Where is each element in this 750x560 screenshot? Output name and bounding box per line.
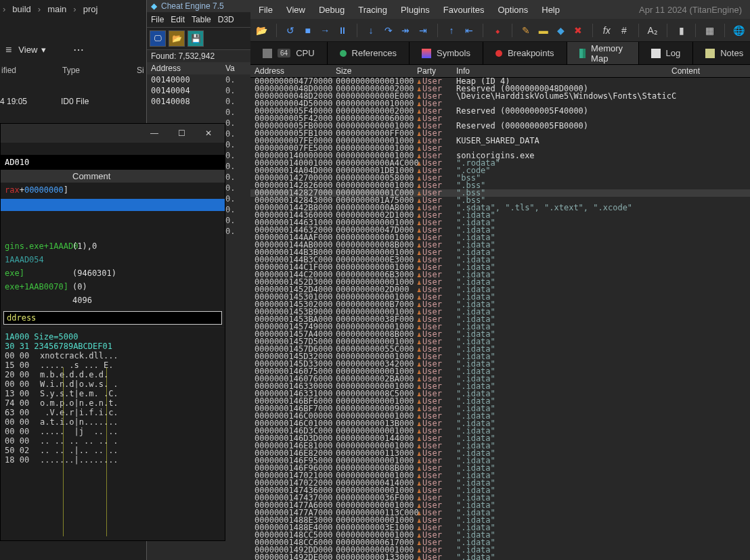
- step-out-icon[interactable]: ↠: [399, 23, 412, 38]
- maximize-button[interactable]: ☐: [168, 125, 195, 141]
- menu-help[interactable]: Help: [542, 5, 560, 15]
- tab-notes[interactable]: Notes: [693, 42, 750, 64]
- menu-tracing[interactable]: Tracing: [358, 5, 387, 15]
- mm-icon: [579, 49, 586, 58]
- bp-icon: [495, 50, 502, 57]
- sub-address-field[interactable]: AD010: [1, 155, 225, 170]
- step-over-icon[interactable]: ↷: [382, 23, 395, 38]
- bc-build[interactable]: build: [12, 4, 30, 14]
- ce-found-label: Found: 7,532,942: [147, 50, 252, 62]
- menu-view[interactable]: View: [286, 5, 305, 15]
- open-icon[interactable]: 📂: [256, 23, 268, 38]
- ce-toolbar: 🖵 📂 💾: [147, 28, 252, 50]
- menu-options[interactable]: Options: [498, 5, 528, 15]
- ce-result-row[interactable]: 001400000.: [147, 74, 252, 85]
- tab-cpu[interactable]: 64CPU: [250, 42, 328, 64]
- trace-over-icon[interactable]: ↑: [445, 23, 458, 38]
- menu-favourites[interactable]: Favourites: [443, 5, 485, 15]
- pause-icon[interactable]: ⏸: [336, 23, 349, 38]
- run-icon[interactable]: →: [319, 23, 331, 38]
- col-info[interactable]: Info: [456, 66, 671, 76]
- tab-memory-map[interactable]: Memory Map: [567, 42, 639, 64]
- hex-row[interactable]: 50 02.. .. .|.. .. ..: [5, 446, 221, 455]
- hex-row[interactable]: 74 00o.m.p.o|n.e.n.t.: [5, 398, 221, 408]
- hex-row[interactable]: 15 00..... .s ... E.: [5, 360, 221, 370]
- dbg-tabbar: 64CPU References Symbols Breakpoints Mem…: [250, 42, 750, 65]
- ce-result-row[interactable]: 001400040.: [147, 85, 252, 96]
- minimize-button[interactable]: —: [141, 125, 168, 141]
- hex-row[interactable]: 00 00a.t.i.o|n.......: [5, 417, 221, 427]
- tab-breakpoints[interactable]: Breakpoints: [483, 42, 567, 64]
- hex-row[interactable]: 00 00xnotcrack.dll...: [5, 351, 221, 360]
- more-icon[interactable]: ⋯: [73, 43, 85, 56]
- bookmark-icon[interactable]: ◆: [555, 23, 567, 38]
- dbg-toolbar: 📂 ↺ ■ → ⏸ ↓ ↷ ↠ ⇥ ↑ ⇤ ⬥ ✎ ▬ ◆ ✖ fx # A₂ …: [250, 19, 750, 42]
- col-modified[interactable]: ified: [0, 66, 61, 75]
- cpu-icon: [263, 49, 272, 58]
- hex-row[interactable]: 00 00W.i.n.d|o.w.s. .: [5, 379, 221, 389]
- bc-proj[interactable]: proj: [83, 4, 98, 14]
- ce-save-icon[interactable]: 💾: [188, 30, 204, 47]
- selection-bar[interactable]: [1, 199, 225, 211]
- hex-row[interactable]: 00 00.. .. .. .. .. .: [5, 436, 221, 446]
- tab-references[interactable]: References: [328, 42, 410, 64]
- ce-menu-d3d[interactable]: D3D: [218, 15, 234, 24]
- menu-debug[interactable]: Debug: [319, 5, 345, 15]
- memmap-body[interactable]: 00000000047700000000000000001000♟UserHea…: [250, 78, 750, 560]
- ce-menu-file[interactable]: File: [151, 15, 164, 24]
- ce-result-row[interactable]: 001400080.: [147, 96, 252, 107]
- dis-row[interactable]: gins.exe+1AAAD0(1),0: [1, 239, 225, 253]
- hex-row[interactable]: 00 00..... |j .. ..: [5, 427, 221, 436]
- col-type[interactable]: Type: [61, 66, 135, 75]
- comment-icon[interactable]: ▬: [537, 23, 550, 38]
- trace-into-icon[interactable]: ⇥: [417, 23, 429, 38]
- bc-main[interactable]: main: [47, 4, 66, 14]
- dis-row[interactable]: 4096: [1, 294, 225, 307]
- menu-file[interactable]: File: [259, 5, 273, 15]
- dis-row[interactable]: 1AAAD054: [1, 253, 225, 266]
- step-in-icon[interactable]: ↓: [365, 23, 377, 38]
- chevron-down-icon: ▾: [41, 45, 46, 55]
- ce-monitor-icon[interactable]: 🖵: [150, 30, 166, 47]
- hex-guide-2: [106, 367, 107, 536]
- ce-open-icon[interactable]: 📂: [169, 30, 185, 47]
- sub-titlebar: — ☐ ✕: [1, 124, 225, 143]
- hex-row[interactable]: 18 00.......|........: [5, 455, 221, 465]
- sym-icon: [422, 49, 431, 58]
- dis-row[interactable]: exe](9460301): [1, 266, 225, 280]
- view-button[interactable]: View ▾: [18, 45, 46, 55]
- col-address[interactable]: Address: [255, 66, 336, 76]
- restart-icon[interactable]: ↺: [284, 23, 296, 38]
- edit-icon[interactable]: ✎: [521, 23, 533, 38]
- dis-row[interactable]: exe+1AAB0070](0): [1, 280, 225, 294]
- ce-menu-edit[interactable]: Edit: [171, 15, 185, 24]
- address-input[interactable]: ddress: [3, 311, 222, 325]
- stop-icon[interactable]: ■: [302, 23, 314, 38]
- menu-plugins[interactable]: Plugins: [401, 5, 430, 15]
- memmap-row[interactable]: 00000001492DE0000000000000133000♟User".i…: [250, 554, 750, 560]
- calc-icon[interactable]: ▦: [704, 23, 716, 38]
- disassembly-window: — ☐ ✕ AD010 Comment rax+00000000] gins.e…: [0, 123, 225, 541]
- fx-icon[interactable]: fx: [601, 23, 613, 38]
- ce-menubar: File Edit Table D3D: [147, 12, 252, 28]
- ce-result-row[interactable]: 0.: [147, 107, 252, 118]
- ce-menu-table[interactable]: Table: [192, 15, 211, 24]
- hex-row[interactable]: 13 00S.y.s.t|e.m. .C.: [5, 389, 221, 398]
- col-content[interactable]: Content: [671, 66, 750, 76]
- hex-row[interactable]: 20 00m.b.e.d.d.e.d.: [5, 370, 221, 379]
- clear-icon[interactable]: ✖: [572, 23, 584, 38]
- globe-icon[interactable]: 🌐: [732, 23, 745, 38]
- patch-icon[interactable]: ⬥: [491, 23, 504, 38]
- close-button[interactable]: ✕: [195, 125, 222, 141]
- hex-row[interactable]: 63 00 .V.e.r|i.f.i.c.: [5, 408, 221, 417]
- hamburger-icon[interactable]: ≡: [5, 44, 12, 56]
- run-to-icon[interactable]: ⇤: [463, 23, 475, 38]
- tab-symbols[interactable]: Symbols: [410, 42, 483, 64]
- tab-log[interactable]: Log: [639, 42, 694, 64]
- db-icon[interactable]: ▮: [676, 23, 688, 38]
- font-icon[interactable]: A₂: [646, 23, 659, 38]
- col-party[interactable]: Party: [417, 66, 456, 76]
- hash-icon[interactable]: #: [618, 23, 630, 38]
- notes-icon: [705, 49, 715, 58]
- col-size[interactable]: Size: [336, 66, 417, 76]
